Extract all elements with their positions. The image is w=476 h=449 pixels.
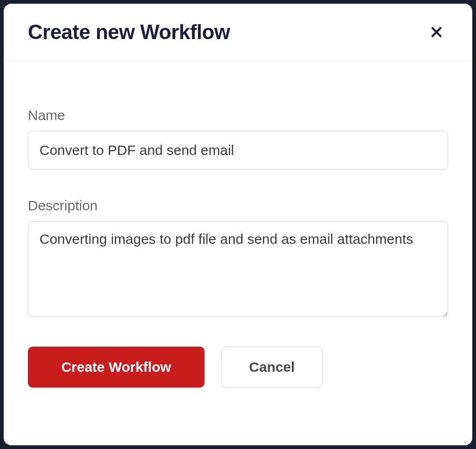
create-workflow-button[interactable]: Create Workflow [28,347,205,388]
modal-title: Create new Workflow [28,20,230,44]
name-field-group: Name [28,107,448,170]
cancel-button[interactable]: Cancel [221,347,323,388]
button-row: Create Workflow Cancel [28,347,448,388]
description-textarea[interactable]: Converting images to pdf file and send a… [28,221,448,317]
modal-body: Name Description Converting images to pd… [4,61,472,445]
name-input[interactable] [28,131,448,170]
description-label: Description [28,198,448,214]
modal-header: Create new Workflow [4,4,472,61]
description-field-group: Description Converting images to pdf fil… [28,198,448,319]
close-icon [429,24,444,40]
close-button[interactable] [425,20,448,44]
create-workflow-modal: Create new Workflow Name Description Con… [4,4,472,445]
name-label: Name [28,107,448,123]
